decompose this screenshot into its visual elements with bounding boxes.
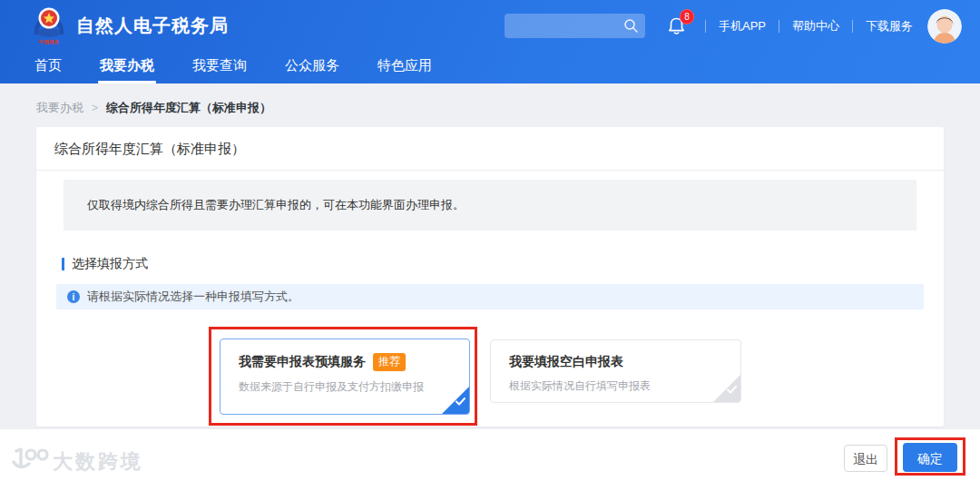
breadcrumb-current: 综合所得年度汇算（标准申报） [106, 100, 271, 116]
breadcrumb-separator: > [92, 102, 98, 114]
link-help-center[interactable]: 帮助中心 [792, 18, 839, 34]
watermark-text: 大数跨境 [53, 448, 143, 476]
section-header: 选择填报方式 [62, 256, 944, 272]
app-title: 自然人电子税务局 [76, 14, 229, 38]
nav-item-tax-handling[interactable]: 我要办税 [98, 57, 156, 83]
header-divider [779, 20, 779, 33]
notification-bell[interactable]: 8 [667, 15, 687, 37]
main-nav: 首页 我要办税 我要查询 公众服务 特色应用 [0, 52, 980, 83]
main-card: 综合所得年度汇算（标准申报） 仅取得境内综合所得且需要办理汇算申报的，可在本功能… [36, 127, 944, 427]
app-header: 中国税务 自然人电子税务局 8 [0, 0, 980, 83]
header-top-row: 中国税务 自然人电子税务局 8 [0, 0, 980, 52]
link-mobile-app[interactable]: 手机APP [719, 18, 766, 34]
tip-text: 请根据实际情况选择一种申报填写方式。 [87, 289, 299, 305]
info-icon: i [67, 290, 80, 303]
check-icon [726, 382, 738, 398]
breadcrumb: 我要办税 > 综合所得年度汇算（标准申报） [36, 100, 271, 116]
footer-bar: 大数跨境 退出 确定 [0, 429, 980, 481]
option-content: 我要填报空白申报表 根据实际情况自行填写申报表 [491, 340, 740, 394]
header-divider [852, 20, 853, 33]
option-content: 我需要申报表预填服务 推荐 数据来源于自行申报及支付方扣缴申报 [220, 339, 469, 395]
watermark: 大数跨境 [11, 447, 143, 476]
option-blank-form[interactable]: 我要填报空白申报表 根据实际情况自行填写申报表 [490, 339, 741, 403]
notification-badge: 8 [680, 9, 694, 25]
svg-text:中国税务: 中国税务 [39, 39, 60, 44]
exit-button[interactable]: 退出 [844, 445, 887, 472]
header-divider [705, 20, 706, 33]
nav-item-home[interactable]: 首页 [33, 57, 64, 83]
watermark-logo-icon [11, 447, 49, 476]
option-description: 数据来源于自行申报及支付方扣缴申报 [239, 379, 469, 395]
nav-item-query[interactable]: 我要查询 [191, 57, 249, 83]
option-prefilled-service[interactable]: 我需要申报表预填服务 推荐 数据来源于自行申报及支付方扣缴申报 [220, 339, 470, 415]
option-description: 根据实际情况自行填写申报表 [509, 378, 740, 394]
nav-item-public-service[interactable]: 公众服务 [283, 57, 341, 83]
recommended-badge: 推荐 [373, 353, 406, 371]
search-box[interactable] [505, 14, 645, 38]
link-download-service[interactable]: 下载服务 [866, 18, 913, 34]
tip-banner: i 请根据实际情况选择一种申报填写方式。 [56, 284, 924, 309]
user-avatar[interactable] [927, 9, 962, 44]
option-title: 我要填报空白申报表 [509, 354, 623, 370]
screen: 中国税务 自然人电子税务局 8 [0, 0, 980, 481]
notice-text: 仅取得境内综合所得且需要办理汇算申报的，可在本功能界面办理申报。 [87, 197, 465, 213]
check-icon [455, 394, 466, 410]
page-title: 综合所得年度汇算（标准申报） [36, 127, 944, 171]
confirm-button[interactable]: 确定 [903, 443, 957, 472]
section-title: 选择填报方式 [72, 256, 148, 272]
search-input[interactable] [512, 14, 622, 40]
tax-emblem-logo-icon: 中国税务 [31, 5, 67, 48]
breadcrumb-parent[interactable]: 我要办税 [36, 100, 83, 116]
option-title: 我需要申报表预填服务 [239, 354, 366, 370]
nav-item-featured-apps[interactable]: 特色应用 [376, 57, 434, 83]
notice-box: 仅取得境内综合所得且需要办理汇算申报的，可在本功能界面办理申报。 [64, 180, 916, 231]
search-icon[interactable] [623, 18, 639, 37]
section-accent-bar [62, 258, 64, 270]
